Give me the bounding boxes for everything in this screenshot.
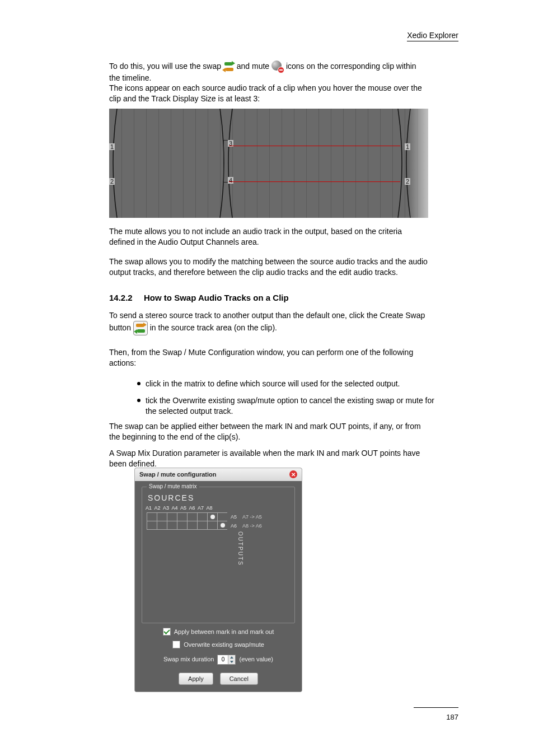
- bullet-dot: [137, 382, 140, 385]
- dialog-body: Swap / mute matrix SOURCES A1 A2 A3 A4 A…: [135, 481, 302, 692]
- mute-icon: [271, 60, 284, 73]
- page-header-title: Xedio Explorer: [407, 30, 458, 41]
- timeline-illustration: 1 2 3 4 1 2: [109, 109, 428, 218]
- howto-line-3: The swap can be applied either between t…: [109, 421, 428, 442]
- bullet-1: click in the matrix to define which sour…: [146, 379, 439, 389]
- outputs-label: OUTPUTS: [236, 531, 244, 566]
- spinner-buttons[interactable]: [228, 655, 235, 664]
- source-headers: A1 A2 A3 A4 A5 A6 A7 A8: [146, 505, 290, 511]
- howto-line-4: A Swap Mix Duration parameter is availab…: [109, 448, 428, 469]
- intro-para-2: The icons appear on each source audio tr…: [109, 83, 428, 104]
- close-icon[interactable]: ✕: [289, 470, 297, 478]
- dialog-title: Swap / mute configuration: [139, 470, 217, 479]
- track-label: 1: [109, 143, 115, 150]
- principle-mute: The mute allows you to not include an au…: [109, 226, 428, 248]
- create-swap-button-icon: [133, 321, 148, 335]
- checkbox-icon[interactable]: [163, 628, 171, 636]
- option-label: Apply between mark in and mark out: [174, 628, 274, 636]
- howto-line-1: To send a stereo source track to another…: [109, 310, 428, 335]
- swap-line: [229, 181, 400, 182]
- track-label: 4: [228, 177, 233, 184]
- output-label: A5: [231, 514, 237, 520]
- intro-para-1: To do this, you will use the swap and mu…: [109, 60, 428, 83]
- dialog-titlebar: Swap / mute configuration ✕: [135, 468, 302, 481]
- swap-mute-matrix: Swap / mute matrix SOURCES A1 A2 A3 A4 A…: [142, 487, 295, 623]
- track-label: 2: [109, 178, 115, 185]
- apply-button[interactable]: Apply: [179, 673, 213, 685]
- bullet-2: tick the Overwrite existing swap/mute op…: [146, 395, 439, 417]
- page: Xedio Explorer To do this, you will use …: [0, 0, 534, 756]
- swap-mix-hint: (even value): [239, 655, 273, 664]
- howto-line-2: Then, from the Swap / Mute Configuration…: [109, 347, 428, 368]
- swap-icon: [223, 61, 235, 72]
- sources-label: SOURCES: [148, 493, 290, 503]
- checkbox-icon[interactable]: [172, 641, 180, 648]
- swap-line: [229, 146, 400, 146]
- matrix-grid[interactable]: A5 A7 -> A5 A6 A8 -> A6 OUTPUTS: [147, 512, 290, 530]
- swap-mix-label: Swap mix duration: [163, 655, 214, 664]
- mapping-text: A7 -> A5: [242, 514, 262, 520]
- spinner-value[interactable]: 0: [218, 656, 228, 664]
- option-apply-between-marks[interactable]: Apply between mark in and mark out: [142, 628, 295, 636]
- text: To do this, you will use the swap: [109, 62, 223, 71]
- matrix-node[interactable]: [221, 523, 225, 528]
- swap-mix-duration-row: Swap mix duration 0 (even value): [142, 655, 295, 665]
- footer-rule: [414, 707, 458, 708]
- fieldset-legend: Swap / mute matrix: [147, 483, 199, 491]
- text: and mute: [237, 62, 271, 71]
- text: in the source track area (on the clip).: [150, 323, 277, 332]
- cancel-button[interactable]: Cancel: [220, 673, 258, 685]
- option-overwrite[interactable]: Overwrite existing swap/mute: [142, 641, 295, 649]
- page-number: 187: [446, 712, 458, 722]
- option-label: Overwrite existing swap/mute: [184, 641, 264, 649]
- mapping-text: A8 -> A6: [242, 522, 262, 529]
- dialog-buttons: Apply Cancel: [142, 673, 295, 685]
- swap-mix-spinner[interactable]: 0: [217, 655, 236, 665]
- swap-mute-dialog: Swap / mute configuration ✕ Swap / mute …: [134, 468, 302, 692]
- section-heading: 14.2.2How to Swap Audio Tracks on a Clip: [109, 292, 428, 304]
- output-label: A6: [231, 522, 237, 529]
- principle-swap: The swap allows you to modify the matchi…: [109, 256, 428, 278]
- matrix-node[interactable]: [210, 515, 215, 519]
- bullet-dot: [137, 399, 140, 402]
